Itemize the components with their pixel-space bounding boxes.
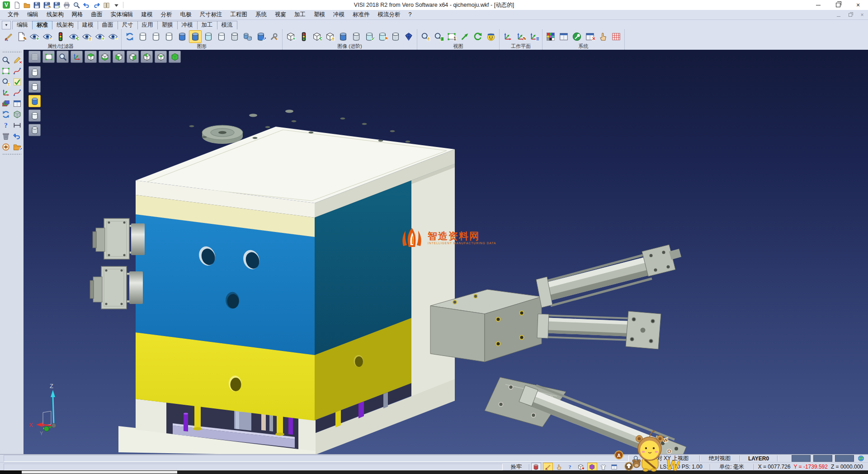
zoom-window-icon[interactable]: ▣ xyxy=(432,30,445,43)
red-grid-icon[interactable] xyxy=(610,30,623,43)
hidden-line-shade-icon[interactable] xyxy=(150,30,162,43)
status-snap-icon[interactable]: ✱ xyxy=(576,463,585,470)
view-bottom-button[interactable] xyxy=(99,51,111,63)
status-search-area[interactable] xyxy=(632,455,641,462)
status-cube-display-icon[interactable] xyxy=(587,463,597,471)
restore-button[interactable] xyxy=(828,0,848,10)
compass-tool-icon[interactable] xyxy=(1,142,11,152)
frame-select-icon[interactable] xyxy=(1,66,11,76)
status-lock-label[interactable]: 拴牢 xyxy=(505,463,528,471)
zoom-plus-minus-icon[interactable]: ± xyxy=(1,76,11,87)
shade-check-icon[interactable]: ✓ xyxy=(363,30,376,43)
tab-线架构[interactable]: 线架构 xyxy=(52,21,78,29)
save-file-icon[interactable] xyxy=(33,1,41,9)
view-add-icon[interactable]: + xyxy=(284,30,297,43)
save-as-icon[interactable]: ✎ xyxy=(42,1,51,9)
menu-item-网格[interactable]: 网格 xyxy=(68,10,87,19)
viewport-3d[interactable] xyxy=(24,50,868,454)
view-top-button[interactable] xyxy=(85,51,97,63)
zoom-in-out-icon[interactable]: ± xyxy=(419,30,432,43)
view-menu-button[interactable] xyxy=(28,51,41,63)
transparent-view-icon[interactable] xyxy=(202,30,215,43)
new-file-icon[interactable] xyxy=(13,1,21,9)
tab-塑膜[interactable]: 塑膜 xyxy=(157,21,178,29)
tab-dropdown-button[interactable]: ▼ xyxy=(2,21,11,29)
menu-item-尺寸标注[interactable]: 尺寸标注 xyxy=(196,10,226,19)
status-lock-cylinder-icon[interactable] xyxy=(531,463,541,471)
ucs-move-icon[interactable] xyxy=(1,87,11,98)
status-color-swatch[interactable] xyxy=(813,455,832,462)
menu-item-线架构[interactable]: 线架构 xyxy=(42,10,68,19)
quick-access-dropdown-icon[interactable] xyxy=(112,1,121,9)
workplane-edit-icon[interactable]: ✎ xyxy=(514,30,527,43)
redraw-icon[interactable] xyxy=(123,30,136,43)
shaded-edges-view-icon[interactable] xyxy=(189,30,202,43)
layer-palette-icon[interactable] xyxy=(1,98,11,109)
menu-item-曲面[interactable]: 曲面 xyxy=(87,10,107,19)
tab-应用[interactable]: 应用 xyxy=(137,21,158,29)
menu-item-标准件[interactable]: 标准件 xyxy=(349,10,374,19)
status-help-icon[interactable] xyxy=(566,463,575,470)
menu-item-建模[interactable]: 建模 xyxy=(137,10,157,19)
tab-标准[interactable]: 标准 xyxy=(32,21,52,29)
show-entities-icon[interactable]: + xyxy=(28,30,41,43)
view-front-button[interactable] xyxy=(113,51,125,63)
render-flat-button[interactable] xyxy=(28,109,41,122)
pan-view-icon[interactable] xyxy=(458,30,471,43)
delete-trash-icon[interactable] xyxy=(1,131,11,141)
status-pick-hand-icon[interactable] xyxy=(555,463,564,470)
menu-item-实体编辑[interactable]: 实体编辑 xyxy=(107,10,137,19)
workplane-list-icon[interactable]: ≣ xyxy=(528,30,540,43)
sidebar-grip-top[interactable] xyxy=(2,51,21,53)
system-settings-icon[interactable] xyxy=(571,30,583,43)
menu-item-塑模[interactable]: 塑模 xyxy=(310,10,329,19)
import-folder-icon[interactable]: ↗ xyxy=(12,142,23,152)
modify-attributes-icon[interactable] xyxy=(2,30,14,43)
mdi-close-button[interactable]: × xyxy=(859,12,865,18)
view-plus-minus-icon[interactable]: ± xyxy=(324,30,336,43)
tab-冲模[interactable]: 冲模 xyxy=(177,21,198,29)
curve-sketch-icon[interactable] xyxy=(12,87,23,98)
menu-item-加工[interactable]: 加工 xyxy=(290,10,310,19)
recent-files-icon[interactable] xyxy=(102,1,111,9)
print-icon[interactable] xyxy=(62,1,71,9)
palette-window-icon[interactable] xyxy=(557,30,570,43)
workplane-set-icon[interactable] xyxy=(501,30,514,43)
solid-cube-icon[interactable] xyxy=(12,109,23,119)
refresh-visibility-icon[interactable]: ⟲ xyxy=(67,30,80,43)
menu-item-文件[interactable]: 文件 xyxy=(4,10,23,19)
shade-wire-icon[interactable] xyxy=(389,30,402,43)
sketch-delete-icon[interactable]: ✕ xyxy=(12,55,23,65)
color-table-icon[interactable] xyxy=(544,30,557,43)
menu-item-冲模[interactable]: 冲模 xyxy=(329,10,349,19)
tab-建模[interactable]: 建模 xyxy=(78,21,98,29)
tab-编辑[interactable]: 编辑 xyxy=(12,21,33,29)
open-file-icon[interactable] xyxy=(23,1,31,9)
print-preview-icon[interactable] xyxy=(72,1,81,9)
menu-item-分析[interactable]: 分析 xyxy=(157,10,176,19)
view-filter-icon[interactable] xyxy=(297,30,310,43)
menu-item-模流分析[interactable]: 模流分析 xyxy=(374,10,405,19)
remove-from-view-icon[interactable]: − xyxy=(107,30,119,43)
mdi-minimize-button[interactable] xyxy=(835,12,842,18)
gem-view-icon[interactable] xyxy=(402,30,415,43)
status-color-swatch[interactable] xyxy=(792,455,811,462)
redo-icon[interactable] xyxy=(92,1,101,9)
status-paint-icon[interactable] xyxy=(543,463,553,471)
status-units-label[interactable]: 单位: 毫米 xyxy=(711,463,753,471)
sidebar-grip-bottom[interactable] xyxy=(2,153,21,156)
render-hidden-button[interactable] xyxy=(28,81,41,93)
selection-hand-icon[interactable] xyxy=(597,30,609,43)
menu-item-视窗[interactable]: 视窗 xyxy=(271,10,290,19)
menu-item-工程图[interactable]: 工程图 xyxy=(226,10,252,19)
minimize-button[interactable] xyxy=(808,0,828,10)
close-button[interactable]: × xyxy=(848,0,868,10)
visibility-plus-minus-icon[interactable]: ± xyxy=(80,30,93,43)
shade-copy-icon[interactable]: ↗ xyxy=(255,30,267,43)
undo-icon[interactable] xyxy=(82,1,91,9)
zoom-extents-icon[interactable]: 1:1 xyxy=(445,30,458,43)
save-all-icon[interactable]: + xyxy=(52,1,61,9)
status-globe-icon[interactable] xyxy=(857,455,864,462)
menu-item-系统[interactable]: 系统 xyxy=(251,10,271,19)
render-shaded-button[interactable] xyxy=(28,95,41,107)
